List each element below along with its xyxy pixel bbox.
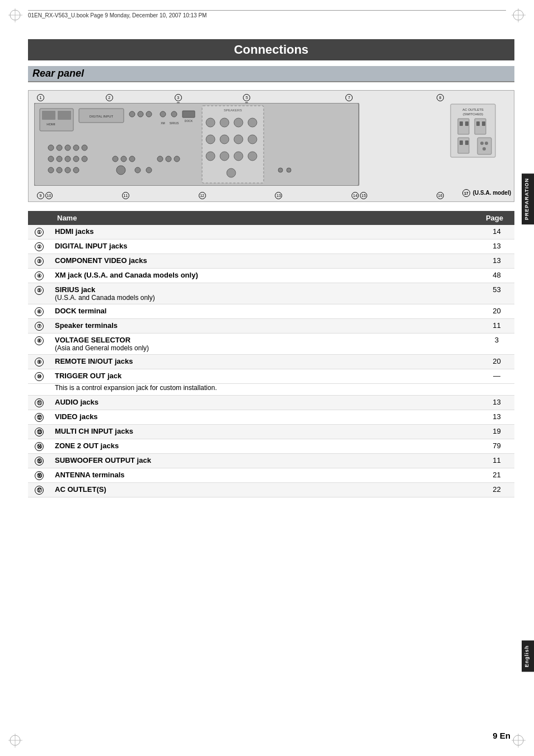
row-name: ANTENNA terminals — [50, 468, 479, 483]
svg-point-37 — [248, 135, 257, 144]
side-tab-english: English — [522, 641, 534, 672]
svg-point-47 — [82, 145, 87, 151]
row-num: ⑰ — [28, 483, 50, 497]
svg-point-45 — [65, 145, 71, 151]
svg-point-19 — [129, 111, 135, 117]
row-page: 11 — [479, 454, 514, 468]
row-page: — — [479, 369, 514, 384]
svg-point-48 — [48, 156, 54, 162]
table-row: ⑭ZONE 2 OUT jacks79 — [28, 439, 514, 454]
table-row: ④XM jack (U.S.A. and Canada models only)… — [28, 269, 514, 283]
svg-text:XM: XM — [161, 121, 165, 125]
row-page: 20 — [479, 304, 514, 319]
svg-point-81 — [480, 142, 484, 145]
svg-point-21 — [146, 111, 152, 117]
diagram-numbers-bottom: 9 10 11 12 13 14 15 16 — [37, 192, 444, 199]
page-title: Connections — [28, 39, 514, 60]
svg-point-46 — [73, 145, 79, 151]
table-header-page: Page — [479, 211, 514, 225]
table-row: ⑪AUDIO jacks13 — [28, 396, 514, 410]
row-name: REMOTE IN/OUT jacks — [50, 355, 479, 369]
svg-point-30 — [206, 118, 215, 127]
row-name: ZONE 2 OUT jacks — [50, 439, 479, 454]
row-num: ⑮ — [28, 454, 50, 468]
row-num: ⑦ — [28, 319, 50, 334]
svg-text:(SWITCHED): (SWITCHED) — [463, 112, 483, 116]
row-name: DIGITAL INPUT jacks — [50, 240, 479, 254]
row-num: ⑫ — [28, 410, 50, 425]
svg-text:DIGITAL INPUT: DIGITAL INPUT — [90, 115, 114, 118]
table-row: ③COMPONENT VIDEO jacks13 — [28, 254, 514, 269]
svg-point-39 — [220, 152, 229, 161]
table-header-num — [28, 211, 50, 225]
svg-point-51 — [73, 156, 79, 162]
svg-text:DOCK: DOCK — [185, 119, 193, 123]
section-heading: Rear panel — [28, 66, 514, 82]
svg-point-57 — [116, 166, 125, 175]
row-name: HDMI jacks — [50, 225, 479, 240]
table-header: Name Page — [28, 211, 514, 225]
svg-point-55 — [65, 167, 71, 173]
connections-table-body: ①HDMI jacks14②DIGITAL INPUT jacks13③COMP… — [28, 225, 514, 497]
svg-rect-71 — [458, 119, 469, 134]
svg-point-44 — [57, 145, 62, 151]
svg-point-43 — [48, 145, 54, 151]
table-row: ⑨REMOTE IN/OUT jacks20 — [28, 355, 514, 369]
svg-rect-26 — [182, 111, 195, 118]
page-number: 9 En — [493, 731, 510, 740]
svg-point-52 — [82, 156, 87, 162]
row-name: DOCK terminal — [50, 304, 479, 319]
svg-point-60 — [278, 168, 283, 172]
svg-point-64 — [174, 156, 180, 162]
svg-point-35 — [220, 135, 229, 144]
row-name: Speaker terminals — [50, 319, 479, 334]
svg-point-38 — [206, 152, 215, 161]
svg-point-20 — [138, 111, 143, 117]
row-num: ② — [28, 240, 50, 254]
panel-svg: HDMI DIGITAL INPUT XM SIRIUS DOCK SPEAKE… — [34, 103, 392, 186]
table-row: ⑰AC OUTLET(S)22 — [28, 483, 514, 497]
row-num: ⑩ — [28, 369, 50, 384]
table-row: ⑩TRIGGER OUT jack— — [28, 369, 514, 384]
row-name: AC OUTLET(S) — [50, 483, 479, 497]
row-description: This is a control expansion jack for cus… — [50, 384, 514, 396]
connections-table: Name Page ①HDMI jacks14②DIGITAL INPUT ja… — [28, 211, 514, 497]
row-page: 53 — [479, 283, 514, 304]
svg-rect-77 — [458, 138, 469, 153]
row-page: 14 — [479, 225, 514, 240]
row-page: 48 — [479, 269, 514, 283]
table-row: ⑧VOLTAGE SELECTOR(Asia and General model… — [28, 334, 514, 355]
row-num: ⑪ — [28, 396, 50, 410]
svg-point-63 — [166, 156, 171, 162]
doc-info: 01EN_RX-V563_U.book Page 9 Monday, Decem… — [28, 10, 506, 18]
row-page: 79 — [479, 439, 514, 454]
row-name: XM jack (U.S.A. and Canada models only) — [50, 269, 479, 283]
row-page: 13 — [479, 410, 514, 425]
row-page: 13 — [479, 254, 514, 269]
svg-point-56 — [73, 167, 79, 173]
row-num: ① — [28, 225, 50, 240]
row-num: ⑧ — [28, 334, 50, 355]
row-page: 13 — [479, 240, 514, 254]
table-row: ⑤SIRIUS jack(U.S.A. and Canada models on… — [28, 283, 514, 304]
svg-point-34 — [206, 135, 215, 144]
row-name: COMPONENT VIDEO jacks — [50, 254, 479, 269]
table-row: ①HDMI jacks14 — [28, 225, 514, 240]
row-num: ⑯ — [28, 468, 50, 483]
row-name: SIRIUS jack(U.S.A. and Canada models onl… — [50, 283, 479, 304]
corner-bl — [8, 734, 22, 748]
svg-point-67 — [129, 156, 135, 162]
svg-rect-80 — [477, 138, 491, 154]
svg-point-82 — [485, 142, 488, 145]
svg-point-58 — [135, 167, 140, 173]
svg-point-59 — [146, 167, 152, 173]
row-name: MULTI CH INPUT jacks — [50, 425, 479, 439]
row-name: VOLTAGE SELECTOR(Asia and General models… — [50, 334, 479, 355]
row-num: ③ — [28, 254, 50, 269]
svg-point-83 — [483, 147, 486, 151]
svg-text:AC OUTLETS: AC OUTLETS — [462, 108, 484, 111]
svg-point-62 — [157, 156, 163, 162]
row-name: VIDEO jacks — [50, 410, 479, 425]
row-num: ④ — [28, 269, 50, 283]
us-model-label: 17 (U.S.A. model) — [462, 189, 511, 197]
